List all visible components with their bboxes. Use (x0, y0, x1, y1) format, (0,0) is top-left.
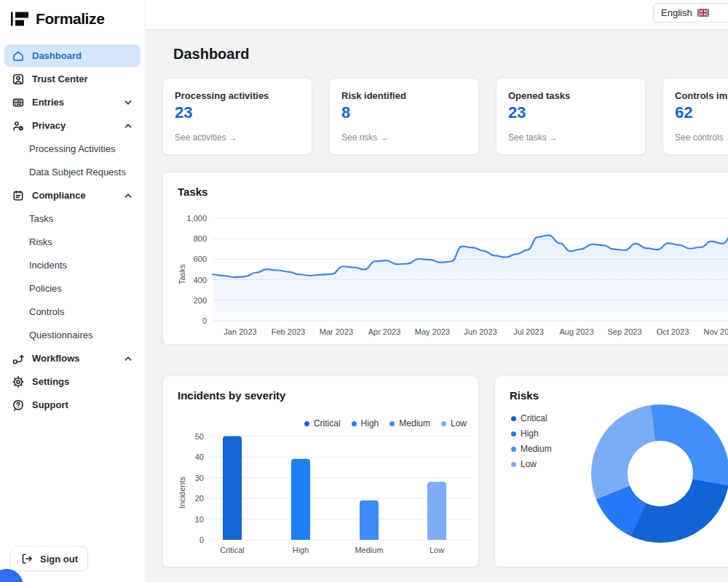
stat-card-processing-activities: Processing activities23See activities → (162, 78, 312, 155)
stat-card-title: Controls implemented (675, 90, 728, 101)
sidebar-subitem-label: Policies (29, 283, 62, 294)
stat-card-link[interactable]: See controls → (675, 132, 728, 143)
stat-card-link[interactable]: See activities → (175, 132, 300, 143)
sidebar-item-support[interactable]: Support (4, 394, 141, 416)
svg-text:1,000: 1,000 (186, 214, 207, 223)
svg-text:Jul 2023: Jul 2023 (513, 327, 544, 336)
legend-item-high[interactable]: High (352, 418, 379, 428)
legend-item-medium[interactable]: Medium (389, 418, 430, 428)
language-selector[interactable]: English (653, 3, 728, 23)
legend-item-high[interactable]: High (511, 428, 552, 439)
svg-text:400: 400 (194, 276, 207, 284)
incidents-bar-chart: 01020304050IncidentsCriticalHighMediumLo… (178, 431, 476, 562)
risks-chart-card: Risks CriticalHighMediumLow (494, 375, 728, 567)
svg-text:May 2023: May 2023 (415, 327, 450, 336)
tasks-chart-card: Tasks 02004006008001,000Jan 2023Feb 2023… (162, 172, 728, 345)
svg-text:Mar 2023: Mar 2023 (320, 327, 353, 336)
svg-text:Low: Low (430, 546, 444, 554)
sidebar-subitem-tasks[interactable]: Tasks (4, 207, 141, 230)
legend-item-low[interactable]: Low (511, 459, 552, 469)
sidebar-item-trust-center[interactable]: Trust Center (4, 68, 141, 90)
sidebar-subitem-incidents[interactable]: Incidents (4, 254, 141, 276)
sidebar-nav: DashboardTrust CenterEntriesPrivacyProce… (0, 44, 145, 417)
svg-text:Tasks: Tasks (178, 263, 186, 284)
svg-text:10: 10 (195, 515, 204, 524)
risks-donut-chart (591, 404, 728, 543)
user-gear-icon (12, 119, 25, 132)
page-title: Dashboard (173, 46, 249, 63)
stat-card-title: Risk identified (341, 90, 467, 101)
sidebar-item-workflows[interactable]: Workflows (4, 347, 141, 370)
donut-hole (628, 441, 693, 506)
tasks-line-chart: 02004006008001,000Jan 2023Feb 2023Mar 20… (176, 212, 728, 344)
stat-card-value: 23 (175, 103, 300, 122)
sidebar-subitem-label: Tasks (29, 213, 53, 224)
app-logo: Formalize (0, 0, 145, 28)
svg-text:20: 20 (195, 494, 204, 503)
sidebar-item-label: Workflows (32, 353, 80, 364)
legend-label: Low (451, 418, 467, 428)
chevron-down-icon (123, 97, 133, 108)
sidebar-subitem-policies[interactable]: Policies (4, 277, 141, 300)
sidebar-subitem-controls[interactable]: Controls (4, 300, 141, 323)
svg-text:Medium: Medium (355, 546, 383, 554)
svg-text:Nov 2023: Nov 2023 (703, 327, 728, 336)
sidebar-item-label: Privacy (32, 120, 66, 131)
legend-item-critical[interactable]: Critical (511, 413, 552, 423)
svg-text:Incidents: Incidents (178, 476, 186, 509)
uk-flag-icon (697, 9, 709, 17)
user-badge-icon (12, 73, 25, 86)
stat-card-title: Opened tasks (508, 90, 633, 101)
svg-text:0: 0 (199, 535, 204, 544)
sidebar-subitem-questionnaires[interactable]: Questionnaires (4, 324, 141, 346)
home-icon (12, 49, 25, 63)
sidebar-item-label: Entries (32, 97, 64, 108)
sidebar-item-dashboard[interactable]: Dashboard (4, 44, 141, 67)
svg-text:Jun 2023: Jun 2023 (464, 327, 496, 336)
svg-text:200: 200 (194, 296, 207, 305)
legend-label: Critical (521, 413, 547, 423)
sign-out-icon (20, 552, 33, 565)
sidebar-item-privacy[interactable]: Privacy (4, 114, 141, 137)
legend-dot (352, 421, 357, 426)
svg-text:40: 40 (195, 453, 204, 461)
sidebar-item-settings[interactable]: Settings (4, 370, 141, 393)
stat-card-value: 62 (675, 103, 728, 122)
sidebar-item-label: Settings (32, 376, 69, 387)
svg-text:Aug 2023: Aug 2023 (559, 327, 593, 336)
workflow-icon (12, 352, 25, 365)
legend-label: Medium (399, 418, 430, 428)
stat-card-value: 8 (341, 103, 467, 122)
chevron-up-icon (123, 354, 133, 364)
sidebar-item-entries[interactable]: Entries (4, 91, 141, 113)
svg-text:High: High (293, 546, 309, 554)
sidebar-subitem-label: Controls (29, 306, 64, 317)
incidents-legend: CriticalHighMediumLow (304, 418, 467, 428)
sidebar-item-label: Trust Center (32, 73, 88, 84)
stat-card-controls-implemented: Controls implemented62See controls → (662, 78, 728, 155)
clipboard-icon (12, 189, 25, 202)
sign-out-button[interactable]: Sign out (10, 546, 88, 571)
sidebar-subitem-processing-activities[interactable]: Processing Activities (4, 137, 141, 160)
sidebar-item-label: Compliance (32, 190, 86, 201)
legend-item-critical[interactable]: Critical (304, 418, 341, 428)
legend-label: High (361, 418, 379, 428)
sidebar-subitem-risks[interactable]: Risks (4, 231, 141, 253)
sidebar-subitem-data-subject-requests[interactable]: Data Subject Requests (4, 161, 141, 183)
app-name: Formalize (36, 10, 104, 28)
sidebar-item-label: Dashboard (32, 50, 82, 61)
legend-item-low[interactable]: Low (441, 418, 467, 428)
risks-legend: CriticalHighMediumLow (511, 413, 552, 469)
svg-text:50: 50 (195, 432, 204, 441)
stat-card-link[interactable]: See risks → (341, 132, 467, 143)
svg-text:Oct 2023: Oct 2023 (657, 327, 689, 336)
stat-card-link[interactable]: See tasks → (508, 132, 633, 143)
legend-dot (511, 416, 516, 421)
legend-dot (511, 431, 516, 436)
legend-item-medium[interactable]: Medium (511, 444, 552, 454)
sidebar-subitem-label: Processing Activities (29, 143, 116, 154)
legend-label: Critical (314, 418, 341, 428)
svg-text:Jan 2023: Jan 2023 (223, 327, 256, 336)
sidebar-item-label: Support (32, 399, 68, 410)
sidebar-item-compliance[interactable]: Compliance (4, 184, 141, 207)
